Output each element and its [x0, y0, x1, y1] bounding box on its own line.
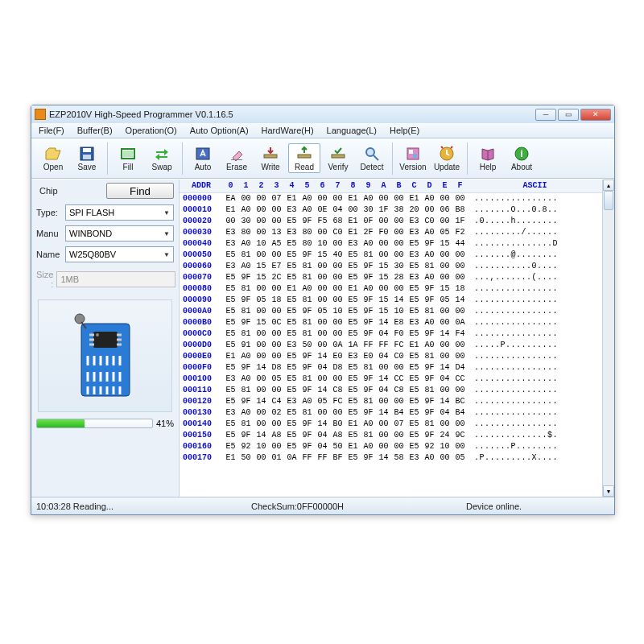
version-button[interactable]: Version [397, 143, 429, 173]
hex-byte[interactable]: 81 [299, 261, 315, 272]
hex-byte[interactable]: BC [452, 396, 468, 407]
hex-byte[interactable]: E5 [284, 441, 299, 452]
hex-byte[interactable]: 00 [330, 295, 345, 306]
hex-byte[interactable]: 04 [437, 407, 452, 419]
hex-byte[interactable]: 05 [254, 295, 269, 306]
hex-byte[interactable]: 2C [269, 272, 284, 283]
hex-byte[interactable]: E1 [345, 419, 361, 430]
hex-byte[interactable]: 15 [254, 317, 269, 328]
hex-byte[interactable]: FF [376, 340, 391, 351]
hex-row[interactable]: 0000B0E59F150CE5810000E59F14E8E3A0000A..… [180, 317, 599, 328]
hex-byte[interactable]: E5 [407, 374, 422, 385]
open-button[interactable]: Open [37, 143, 69, 173]
hex-byte[interactable]: C0 [330, 227, 345, 238]
hex-byte[interactable]: 04 [376, 328, 391, 340]
hex-byte[interactable]: 10 [254, 238, 269, 250]
hex-byte[interactable]: 30 [391, 261, 407, 272]
hex-byte[interactable]: 9F [361, 407, 376, 419]
hex-byte[interactable]: CC [391, 374, 407, 385]
hex-byte[interactable]: C0 [422, 216, 437, 227]
hex-byte[interactable]: A0 [422, 340, 437, 351]
hex-byte[interactable]: E1 [284, 193, 299, 204]
hex-byte[interactable]: 9F [361, 306, 376, 317]
hex-byte[interactable]: 80 [299, 238, 315, 250]
hex-byte[interactable]: E5 [284, 216, 299, 227]
hex-byte[interactable]: 81 [361, 430, 376, 441]
hex-byte[interactable]: B0 [330, 419, 345, 430]
hex-byte[interactable]: 00 [254, 374, 269, 385]
hex-byte[interactable]: E5 [407, 430, 422, 441]
hex-byte[interactable]: E5 [284, 328, 299, 340]
hex-byte[interactable]: 9F [422, 407, 437, 419]
hex-byte[interactable]: 00 [391, 216, 407, 227]
hex-byte[interactable]: E5 [407, 328, 422, 340]
hex-byte[interactable]: 9F [361, 328, 376, 340]
hex-byte[interactable]: E3 [345, 238, 361, 250]
hex-byte[interactable]: D8 [330, 362, 345, 374]
hex-byte[interactable]: 15 [376, 295, 391, 306]
hex-byte[interactable]: 00 [330, 261, 345, 272]
hex-byte[interactable]: E5 [407, 238, 422, 250]
hex-row[interactable]: 000000EA000007E1A00000E1A00000E1A00000..… [180, 193, 599, 204]
hex-byte[interactable]: 9F [299, 362, 315, 374]
hex-byte[interactable]: 00 [330, 317, 345, 328]
hex-byte[interactable]: 00 [315, 340, 330, 351]
hex-byte[interactable]: 04 [315, 441, 330, 452]
hex-byte[interactable]: 15 [254, 272, 269, 283]
scroll-track[interactable] [603, 191, 614, 485]
hex-byte[interactable]: E1 [223, 204, 238, 216]
hex-byte[interactable]: E3 [284, 340, 299, 351]
hex-byte[interactable]: 81 [299, 295, 315, 306]
hex-byte[interactable]: 00 [269, 419, 284, 430]
hex-byte[interactable]: 9F [299, 250, 315, 261]
hex-byte[interactable]: FF [361, 340, 376, 351]
hex-byte[interactable]: C0 [391, 351, 407, 362]
hex-byte[interactable]: 14 [376, 317, 391, 328]
hex-byte[interactable]: 00 [452, 272, 468, 283]
hex-byte[interactable]: 00 [254, 227, 269, 238]
hex-byte[interactable]: E5 [407, 283, 422, 295]
hex-byte[interactable]: 05 [437, 295, 452, 306]
hex-byte[interactable]: 9F [299, 430, 315, 441]
hex-byte[interactable]: 00 [269, 351, 284, 362]
hex-byte[interactable]: A0 [422, 193, 437, 204]
hex-byte[interactable]: 00 [269, 385, 284, 396]
hex-byte[interactable]: E5 [223, 306, 238, 317]
hex-byte[interactable]: 00 [269, 306, 284, 317]
hex-byte[interactable]: 14 [452, 295, 468, 306]
hex-row[interactable]: 0000A0E5810000E59F0510E59F1510E5810000..… [180, 306, 599, 317]
hex-byte[interactable]: 91 [238, 340, 254, 351]
hex-byte[interactable]: 10 [330, 306, 345, 317]
hex-byte[interactable]: 9F [361, 385, 376, 396]
hex-byte[interactable]: E5 [223, 430, 238, 441]
hex-byte[interactable]: E5 [284, 317, 299, 328]
hex-byte[interactable]: 80 [299, 227, 315, 238]
hex-byte[interactable]: E3 [407, 272, 422, 283]
hex-byte[interactable]: 00 [437, 385, 452, 396]
hex-byte[interactable]: 81 [422, 261, 437, 272]
hex-byte[interactable]: 07 [391, 419, 407, 430]
help-button[interactable]: Help [472, 143, 504, 173]
hex-byte[interactable]: 00 [315, 193, 330, 204]
hex-byte[interactable]: A0 [361, 419, 376, 430]
hex-byte[interactable]: D4 [452, 362, 468, 374]
hex-byte[interactable]: E5 [284, 272, 299, 283]
hex-byte[interactable]: E5 [345, 362, 361, 374]
hex-byte[interactable]: E3 [223, 227, 238, 238]
hex-byte[interactable]: A0 [238, 407, 254, 419]
hex-byte[interactable]: 00 [437, 452, 452, 464]
hex-row[interactable]: 000170E15000010AFFFFBFE59F1458E3A00005.P… [180, 452, 599, 464]
hex-byte[interactable]: A0 [361, 238, 376, 250]
hex-byte[interactable]: 00 [376, 430, 391, 441]
auto-button[interactable]: Auto [187, 143, 219, 173]
hex-byte[interactable]: 00 [376, 362, 391, 374]
hex-byte[interactable]: E5 [407, 385, 422, 396]
hex-byte[interactable]: 05 [315, 306, 330, 317]
hex-byte[interactable]: E5 [284, 295, 299, 306]
hex-byte[interactable]: F5 [315, 216, 330, 227]
menu-auto-option[interactable]: Auto Option(A) [186, 125, 253, 136]
hex-byte[interactable]: 81 [238, 283, 254, 295]
hex-byte[interactable]: 9F [299, 351, 315, 362]
hex-byte[interactable]: 18 [269, 295, 284, 306]
hex-byte[interactable]: 30 [361, 204, 376, 216]
